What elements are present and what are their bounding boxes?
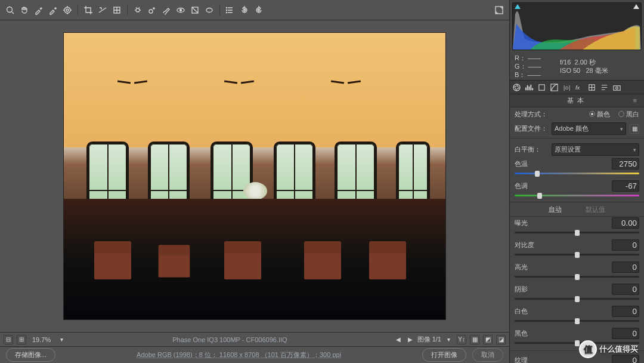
- temp-slider: 色温: [510, 158, 644, 180]
- b-label: B：: [515, 71, 525, 78]
- prev-image-icon[interactable]: ◀: [394, 335, 403, 344]
- svg-point-6: [149, 10, 153, 13]
- highlights-input[interactable]: [612, 262, 639, 273]
- wb-row: 白平衡： 原照设置▾: [510, 141, 644, 158]
- histogram[interactable]: [512, 2, 642, 50]
- right-panel: R： —— G： —— B： —— f/16 2.00 秒 ISO 50 28 …: [509, 0, 644, 363]
- treatment-color-radio[interactable]: 颜色: [589, 110, 610, 119]
- shadows-input[interactable]: [612, 284, 639, 295]
- rgb-readout: R： —— G： —— B： —— f/16 2.00 秒 ISO 50 28 …: [510, 53, 644, 80]
- svg-point-3: [64, 7, 70, 13]
- filename-label: Phase One IQ3 100MP - CF006096.IIQ: [70, 336, 389, 343]
- whites-input[interactable]: [612, 306, 639, 317]
- blacks-input[interactable]: [612, 328, 639, 339]
- contrast-track[interactable]: [515, 251, 639, 257]
- zoom-level[interactable]: 19.7%: [30, 336, 53, 343]
- fit-plus-icon[interactable]: ⊞: [17, 335, 26, 344]
- calibrate-icon[interactable]: [587, 83, 596, 92]
- rotate-cw-icon[interactable]: [252, 4, 265, 17]
- shadow-warning-icon[interactable]: ◪: [496, 335, 506, 344]
- svg-rect-21: [614, 85, 620, 90]
- image-canvas-area[interactable]: [0, 20, 509, 332]
- profile-grid-icon[interactable]: ▦: [630, 124, 639, 134]
- exif-iso: ISO 50 28 毫米: [560, 66, 639, 75]
- lens-icon[interactable]: |⊙|: [562, 83, 571, 92]
- svg-point-5: [136, 8, 140, 12]
- tonecurve-icon[interactable]: [550, 83, 559, 92]
- histogram-icon[interactable]: [525, 83, 534, 92]
- whites-slider: 白色: [510, 305, 644, 327]
- open-image-button[interactable]: 打开图像: [422, 348, 466, 362]
- exposure-input[interactable]: [612, 217, 639, 229]
- target-adjust-icon[interactable]: [61, 4, 74, 17]
- treatment-bw-radio[interactable]: 黑白: [618, 110, 639, 119]
- profile-select[interactable]: Adobe 颜色▾: [552, 122, 626, 135]
- wb-select[interactable]: 原照设置▾: [552, 143, 639, 156]
- svg-point-0: [7, 7, 13, 12]
- spot-heal-icon[interactable]: [131, 4, 144, 17]
- tint-slider: 色调: [510, 180, 644, 202]
- rotate-ccw-icon[interactable]: [238, 4, 251, 17]
- image-metadata-link[interactable]: Adobe RGB (1998)；8 位； 11608 x 8708 （101 …: [61, 350, 416, 359]
- spot-add-icon[interactable]: [145, 4, 159, 17]
- svg-line-1: [12, 11, 14, 14]
- radial-icon[interactable]: [203, 4, 216, 17]
- shadows-track[interactable]: [515, 296, 639, 302]
- gradient-icon[interactable]: [188, 4, 202, 17]
- snapshot-icon[interactable]: [612, 83, 621, 92]
- shadows-slider: 阴影: [510, 283, 644, 305]
- redeye-icon[interactable]: [174, 4, 187, 17]
- svg-text:fx: fx: [575, 85, 580, 91]
- list-icon[interactable]: [224, 4, 237, 17]
- exposure-slider: 曝光: [510, 217, 644, 239]
- auto-row: 自动 默认值: [510, 202, 644, 217]
- default-button[interactable]: 默认值: [586, 205, 605, 214]
- eyedropper-plus-icon[interactable]: [47, 4, 60, 17]
- exposure-track[interactable]: [515, 229, 639, 235]
- zoom-icon[interactable]: [4, 4, 17, 17]
- auto-button[interactable]: 自动: [549, 205, 562, 214]
- highlight-warning-icon[interactable]: ◩: [483, 335, 493, 344]
- contrast-slider: 对比度: [510, 239, 644, 261]
- temp-track[interactable]: [515, 170, 639, 176]
- brush-icon[interactable]: [160, 4, 173, 17]
- svg-point-8: [180, 9, 182, 11]
- crop-icon[interactable]: [82, 4, 95, 17]
- straighten-icon[interactable]: [96, 4, 109, 17]
- tint-track[interactable]: [515, 192, 639, 198]
- highlights-track[interactable]: [515, 273, 639, 279]
- highlights-slider: 高光: [510, 261, 644, 283]
- crop-tab-icon[interactable]: [537, 83, 546, 92]
- svg-rect-17: [551, 84, 558, 90]
- grid-toggle-icon[interactable]: ▦: [470, 335, 479, 344]
- svg-point-13: [226, 12, 227, 13]
- expand-icon[interactable]: [493, 4, 506, 17]
- tint-input[interactable]: [612, 180, 639, 192]
- counter-dropdown-icon[interactable]: ▾: [444, 335, 453, 344]
- image-footer: ⊟ ⊞ 19.7% ▾ Phase One IQ3 100MP - CF0060…: [0, 332, 509, 346]
- svg-rect-14: [496, 7, 503, 14]
- preset-icon[interactable]: [600, 83, 609, 92]
- g-label: G：: [515, 63, 527, 70]
- zoom-dropdown-icon[interactable]: ▾: [57, 335, 66, 344]
- transform-icon[interactable]: [110, 4, 123, 17]
- section-menu-icon[interactable]: ≡: [633, 97, 640, 104]
- r-label: R：: [515, 54, 526, 61]
- compare-y-icon[interactable]: Y↕: [457, 335, 466, 344]
- image-counter: 图像 1/1: [417, 335, 441, 344]
- whites-track[interactable]: [515, 318, 639, 324]
- svg-point-15: [513, 84, 520, 90]
- panel-tabstrip: |⊙| fx: [510, 80, 644, 94]
- cancel-button[interactable]: 取消: [472, 348, 503, 362]
- hand-icon[interactable]: [18, 4, 31, 17]
- fx-icon[interactable]: fx: [575, 83, 584, 92]
- eyedropper-white-icon[interactable]: [32, 4, 45, 17]
- next-image-icon[interactable]: ▶: [405, 335, 415, 344]
- contrast-input[interactable]: [612, 239, 639, 251]
- temp-label: 色温: [515, 159, 528, 168]
- temp-input[interactable]: [612, 158, 639, 170]
- save-image-button[interactable]: 存储图像...: [6, 348, 55, 362]
- fit-minus-icon[interactable]: ⊟: [4, 335, 13, 344]
- aperture-icon[interactable]: [512, 83, 521, 92]
- watermark-badge-icon: 值: [579, 340, 597, 358]
